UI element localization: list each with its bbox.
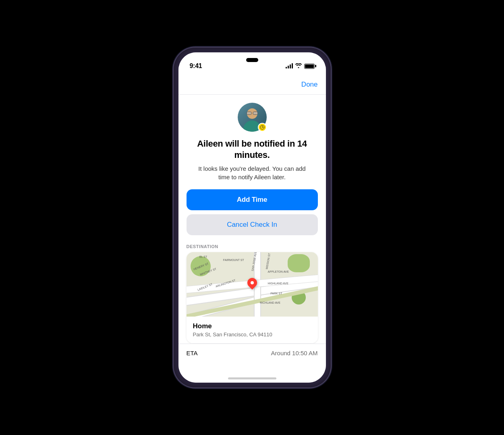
status-time: 9:41 [190, 62, 202, 70]
street-label-appleton: APPLETON AVE [268, 270, 289, 273]
map-section: DESTINATION FAIRMOUNT S [178, 244, 326, 343]
street-label-el: EL ST [199, 255, 207, 258]
signal-icon [286, 64, 293, 68]
dynamic-island [246, 58, 258, 62]
map-visual: FAIRMOUNT ST WHITNEY ST LAIDLEY ST SAN J… [187, 252, 318, 317]
phone-screen: 9:41 [178, 52, 326, 383]
street-label-park: PARK ST [270, 292, 282, 295]
done-button[interactable]: Done [301, 81, 318, 89]
avatar-section [178, 95, 326, 138]
buttons-section: Add Time Cancel Check In [178, 189, 326, 235]
sub-text: It looks like you're delayed. You can ad… [178, 164, 326, 181]
status-bar: 9:41 [178, 52, 326, 74]
map-pin [247, 278, 257, 288]
location-name: Home [193, 322, 311, 330]
map-card[interactable]: FAIRMOUNT ST WHITNEY ST LAIDLEY ST SAN J… [187, 252, 318, 343]
clock-badge [258, 123, 267, 132]
cancel-check-in-button[interactable]: Cancel Check In [187, 214, 318, 235]
location-address: Park St, San Francisco, CA 94110 [193, 331, 311, 338]
avatar-wrapper [238, 103, 267, 132]
street-label-fairmount: FAIRMOUNT ST [223, 259, 244, 261]
add-time-button[interactable]: Add Time [187, 189, 318, 210]
phone-device: 9:41 [174, 48, 331, 387]
status-right-icons [286, 63, 315, 69]
main-heading: Aileen will be notified in 14 minutes. [178, 138, 326, 160]
header: Done [178, 74, 326, 95]
heading-text: Aileen will be notified in 14 minutes. [190, 138, 315, 160]
battery-fill [305, 64, 314, 68]
glasses-left [246, 112, 251, 115]
pin-inner [251, 281, 254, 284]
eta-section: ETA Around 10:50 AM [178, 344, 326, 362]
street-label-highland: HIGHLAND AVE [268, 282, 288, 285]
battery-icon [304, 64, 315, 69]
street-label-richland: RICHLAND AVE [260, 301, 280, 304]
wifi-icon [295, 63, 302, 69]
map-info: Home Park St, San Francisco, CA 94110 [187, 317, 318, 343]
park-right [288, 254, 310, 272]
eta-label: ETA [187, 350, 198, 356]
street-label-mission: MISSION ST [265, 253, 271, 269]
glasses-right [253, 112, 258, 115]
home-indicator [228, 377, 276, 379]
main-content: Done [178, 74, 326, 383]
pin-body [245, 276, 259, 290]
eta-value: Around 10:50 AM [271, 350, 318, 356]
glasses-container [246, 112, 258, 115]
destination-label: DESTINATION [187, 244, 318, 249]
